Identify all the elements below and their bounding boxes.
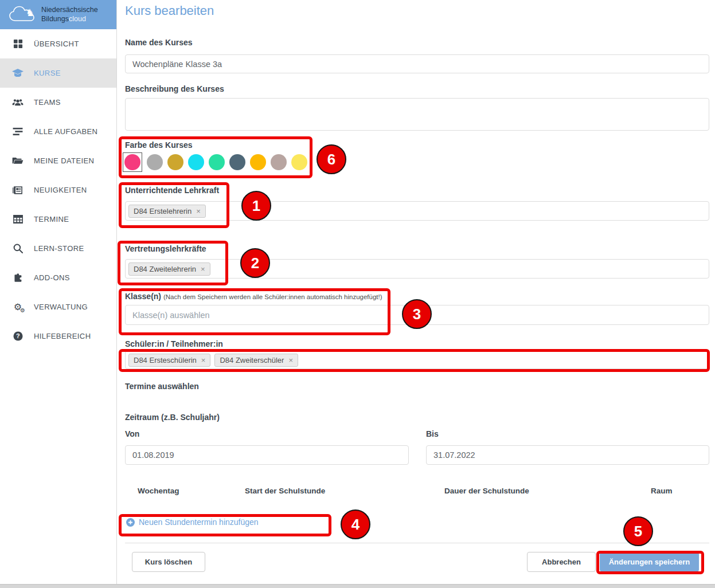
footer-bar [0, 584, 715, 588]
sidebar-item-label: HILFEBEREICH [34, 332, 91, 340]
grid-icon [11, 39, 24, 49]
color-swatch[interactable] [167, 154, 183, 170]
dates-heading: Termine auswählen [125, 382, 199, 391]
puzzle-icon [11, 273, 24, 283]
brand-name: Niedersächsische Bildungscloud [40, 6, 98, 23]
classes-note: (Nach dem Speichern werden alle Schüler:… [163, 293, 382, 300]
sidebar-item-meine-dateien[interactable]: MEINE DATEIEN [0, 146, 116, 175]
svg-text:?: ? [15, 332, 19, 339]
sidebar-item-add-ons[interactable]: ADD-ONS [0, 263, 116, 292]
brand-line2-light: cloud [69, 15, 86, 23]
color-swatch[interactable] [209, 154, 225, 170]
sidebar-item-uebersicht[interactable]: ÜBERSICHT [0, 29, 116, 58]
brand-line2-dark: Bildungs [41, 15, 69, 23]
table-header-weekday: Wochentag [138, 487, 179, 495]
teacher-select-field[interactable]: D84 Erstelehrerin × [125, 201, 709, 221]
sidebar-item-termine[interactable]: TERMINE [0, 205, 116, 234]
student-chip[interactable]: D84 Ersteschülerin × [128, 354, 210, 367]
page-title: Kurs bearbeiten [125, 3, 214, 18]
add-lesson-label: Neuen Stundentermin hinzufügen [139, 518, 259, 527]
table-header-duration: Dauer der Schulstunde [444, 487, 529, 495]
annotation-badge-3: 3 [402, 299, 432, 329]
save-changes-button[interactable]: Änderungen speichern [600, 552, 699, 572]
cancel-button[interactable]: Abbrechen [527, 552, 596, 572]
footer-divider [125, 543, 709, 543]
period-label: Zeitraum (z.B. Schuljahr) [125, 413, 220, 422]
color-swatch[interactable] [124, 154, 140, 170]
student-chip[interactable]: D84 Zweiterschüler × [214, 354, 298, 367]
color-swatch[interactable] [291, 154, 307, 170]
color-swatch-row [123, 152, 307, 172]
sidebar-item-label: MEINE DATEIEN [34, 156, 94, 165]
teacher-chip[interactable]: D84 Erstelehrerin × [128, 205, 206, 218]
sidebar-item-kurse[interactable]: KURSE [0, 58, 116, 88]
sidebar-item-hilfebereich[interactable]: ? HILFEBEREICH [0, 322, 116, 351]
help-icon: ? [11, 331, 24, 341]
color-swatch[interactable] [229, 154, 245, 170]
sidebar-item-teams[interactable]: TEAMS [0, 88, 116, 117]
sidebar-item-label: TEAMS [34, 98, 61, 107]
color-swatch[interactable] [250, 154, 266, 170]
color-swatch-selected-frame [123, 152, 142, 172]
app-window: ♞ Niedersächsische Bildungscloud ÜBERSIC… [0, 0, 715, 588]
sidebar-item-label: ALLE AUFGABEN [34, 127, 97, 136]
search-icon [11, 244, 24, 253]
sidebar-item-neuigkeiten[interactable]: NEUIGKEITEN [0, 175, 116, 205]
color-label: Farbe des Kurses [125, 140, 193, 150]
chip-remove-icon[interactable]: × [201, 356, 206, 364]
from-label: Von [125, 429, 139, 438]
color-swatch[interactable] [271, 154, 287, 170]
sidebar-item-label: LERN-STORE [34, 244, 84, 253]
newspaper-icon [11, 186, 24, 195]
table-header-start: Start der Schulstunde [245, 487, 325, 495]
classes-label-text: Klasse(n) [125, 292, 161, 301]
users-icon [11, 98, 24, 107]
plus-circle-icon [126, 518, 135, 527]
substitute-label: Vertretungslehrkräfte [125, 244, 206, 253]
chip-remove-icon[interactable]: × [201, 265, 205, 273]
chip-label: D84 Zweiterschüler [220, 356, 284, 364]
chip-remove-icon[interactable]: × [288, 356, 293, 364]
annotation-badge-5: 5 [623, 516, 653, 546]
sidebar-item-label: TERMINE [34, 215, 69, 224]
gears-icon: ⚙⚙ [11, 303, 24, 312]
description-label: Beschreibung des Kurses [125, 84, 224, 93]
saxony-horse-icon: ♞ [26, 8, 34, 18]
sidebar-item-label: VERWALTUNG [34, 303, 88, 311]
main-content: Kurs bearbeiten Name des Kurses Beschrei… [117, 0, 715, 588]
cloud-logo-icon: ♞ [8, 5, 37, 25]
students-label: Schüler:in / Teilnehmer:in [125, 339, 223, 348]
period-to-input[interactable] [426, 445, 709, 465]
chip-remove-icon[interactable]: × [196, 207, 201, 215]
sidebar-item-verwaltung[interactable]: ⚙⚙ VERWALTUNG [0, 292, 116, 322]
sidebar-item-label: KURSE [34, 69, 61, 77]
to-label: Bis [426, 429, 439, 438]
sidebar-item-label: ÜBERSICHT [34, 40, 79, 48]
brand-line1: Niedersächsische [41, 6, 98, 14]
color-swatch[interactable] [147, 154, 163, 170]
folder-icon [11, 156, 24, 165]
period-from-input[interactable] [125, 445, 409, 465]
sidebar-item-alle-aufgaben[interactable]: ALLE AUFGABEN [0, 117, 116, 146]
substitute-chip[interactable]: D84 Zweitelehrerin × [128, 262, 210, 276]
annotation-badge-6: 6 [317, 144, 346, 174]
students-select-field[interactable]: D84 Ersteschülerin × D84 Zweiterschüler … [125, 351, 709, 369]
calendar-table-icon [11, 215, 24, 224]
color-swatch[interactable] [188, 154, 204, 170]
table-header-room: Raum [651, 487, 673, 495]
sidebar-item-lern-store[interactable]: LERN-STORE [0, 234, 116, 263]
add-lesson-link[interactable]: Neuen Stundentermin hinzufügen [126, 518, 259, 527]
sidebar-item-label: ADD-ONS [34, 273, 70, 282]
substitute-select-field[interactable]: D84 Zweitelehrerin × [125, 259, 709, 279]
brand-header[interactable]: ♞ Niedersächsische Bildungscloud [0, 0, 116, 29]
annotation-badge-1: 1 [241, 191, 271, 221]
delete-course-button[interactable]: Kurs löschen [132, 552, 205, 572]
annotation-badge-4: 4 [341, 509, 370, 539]
name-label: Name des Kurses [125, 38, 193, 47]
task-list-icon [11, 127, 24, 136]
course-description-textarea[interactable] [125, 98, 709, 131]
graduation-cap-icon [11, 69, 24, 78]
course-name-input[interactable] [125, 54, 709, 73]
sidebar: ♞ Niedersächsische Bildungscloud ÜBERSIC… [0, 0, 117, 588]
teacher-label: Unterrichtende Lehrkraft [125, 186, 219, 195]
